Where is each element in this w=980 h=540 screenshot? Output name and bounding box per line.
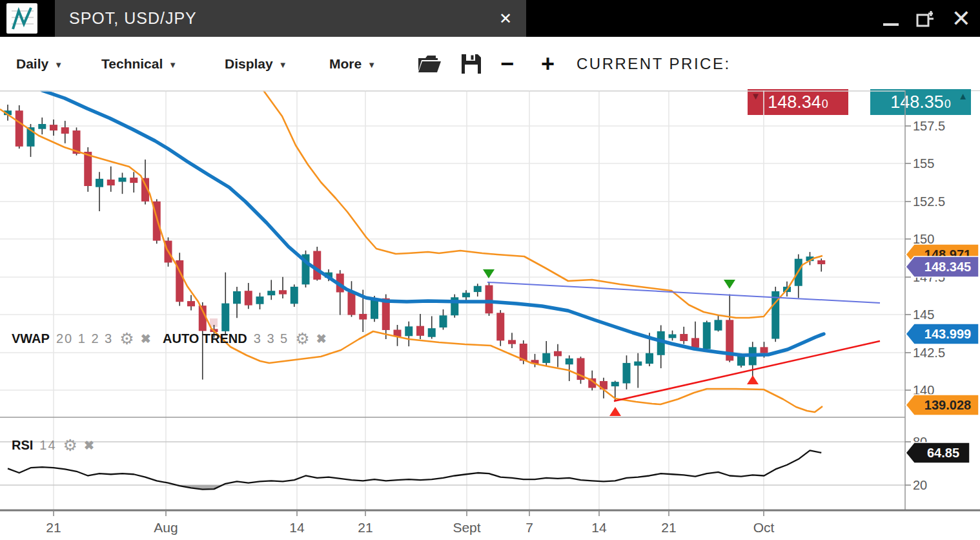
toolbar: Daily▼Technical▼Display▼More▼ − + CURREN…: [0, 37, 980, 91]
candle[interactable]: [715, 320, 722, 330]
save-icon[interactable]: [460, 37, 483, 90]
candle[interactable]: [96, 179, 103, 187]
candle[interactable]: [508, 340, 516, 344]
candle[interactable]: [611, 382, 619, 386]
menu-technical[interactable]: Technical▼: [101, 37, 177, 90]
indicator-auto-trend: AUTO TREND3 3 5⚙✖: [163, 329, 327, 348]
candle[interactable]: [279, 290, 287, 294]
candle[interactable]: [291, 287, 298, 304]
candle[interactable]: [119, 178, 127, 182]
candle[interactable]: [691, 338, 699, 348]
candle[interactable]: [703, 322, 711, 349]
x-axis-label: Oct: [753, 520, 775, 535]
open-folder-icon[interactable]: [416, 37, 442, 90]
candle[interactable]: [680, 334, 688, 341]
candle[interactable]: [382, 298, 390, 330]
gear-icon[interactable]: ⚙: [119, 331, 134, 347]
menu-label: More: [329, 56, 362, 72]
y-axis-label: 142.5: [913, 346, 945, 360]
candle[interactable]: [634, 362, 642, 366]
candle[interactable]: [187, 301, 195, 306]
candle[interactable]: [267, 291, 275, 295]
zoom-out-button[interactable]: −: [500, 37, 514, 90]
candle[interactable]: [646, 353, 653, 364]
buy-signal-icon[interactable]: [609, 407, 621, 416]
indicator-params: 20 1 2 3: [56, 331, 113, 346]
candle[interactable]: [440, 315, 447, 327]
chevron-down-icon: ▼: [367, 57, 376, 70]
candle[interactable]: [669, 335, 677, 338]
candle[interactable]: [221, 304, 229, 331]
candle[interactable]: [566, 358, 573, 364]
candle[interactable]: [416, 326, 424, 336]
title-bar: SPOT, USD/JPY ✕ ✕: [0, 0, 980, 37]
candle[interactable]: [485, 286, 493, 314]
chevron-down-icon: ▼: [168, 57, 177, 70]
candle[interactable]: [84, 152, 92, 186]
candle[interactable]: [371, 299, 378, 319]
rsi-line: [8, 450, 821, 489]
candle[interactable]: [462, 293, 470, 297]
buy-signal-icon[interactable]: [747, 375, 759, 384]
y-axis-label: 157.5: [913, 119, 945, 133]
menu-display[interactable]: Display▼: [225, 37, 287, 90]
candle[interactable]: [107, 180, 115, 185]
x-axis-label: 21: [46, 520, 61, 535]
candle[interactable]: [256, 296, 264, 304]
price-tag-value: 139.028: [924, 398, 971, 412]
x-axis-label: Sept: [453, 520, 480, 535]
indicator-name: RSI: [12, 438, 33, 453]
candle[interactable]: [233, 291, 241, 304]
candle[interactable]: [50, 125, 57, 130]
close-icon[interactable]: ✖: [316, 331, 327, 346]
popout-icon[interactable]: [915, 10, 935, 32]
window-controls: ✕: [883, 0, 971, 37]
candle[interactable]: [761, 347, 768, 353]
candle[interactable]: [474, 286, 482, 292]
chart-tab[interactable]: SPOT, USD/JPY ✕: [55, 0, 526, 37]
candle[interactable]: [38, 124, 46, 129]
candle[interactable]: [554, 351, 562, 357]
indicator-name: AUTO TREND: [163, 331, 247, 346]
x-axis-label: 7: [526, 520, 533, 535]
candle[interactable]: [348, 292, 356, 315]
candle[interactable]: [428, 328, 436, 337]
candle[interactable]: [61, 127, 69, 134]
y-axis-label: 155: [913, 156, 934, 171]
menu-more[interactable]: More▼: [329, 37, 376, 90]
x-axis-label: 21: [661, 520, 676, 535]
menu-label: Display: [225, 56, 273, 72]
indicator-params: 14: [39, 438, 56, 453]
chevron-down-icon: ▼: [54, 57, 63, 70]
x-axis-label: Aug: [154, 520, 178, 535]
candle[interactable]: [130, 178, 138, 183]
gear-icon[interactable]: ⚙: [295, 331, 309, 347]
candle[interactable]: [496, 313, 504, 340]
window-close-icon[interactable]: ✕: [952, 7, 971, 30]
vwap-lower-band-line: [0, 109, 822, 412]
candle[interactable]: [15, 110, 23, 147]
menu-label: Daily: [16, 56, 48, 72]
candle[interactable]: [359, 314, 367, 320]
candle[interactable]: [623, 363, 631, 384]
gear-icon[interactable]: ⚙: [63, 437, 77, 453]
candle[interactable]: [405, 326, 413, 336]
close-icon[interactable]: ✖: [84, 438, 94, 453]
price-tag-value: 143.999: [924, 327, 971, 341]
auto-trend-support-line: [614, 341, 880, 401]
chart-canvas[interactable]: 157.5155152.5150147.5145142.5140802021Au…: [0, 90, 980, 540]
menu-daily[interactable]: Daily▼: [16, 37, 63, 90]
y-axis-label: 152.5: [913, 194, 945, 209]
close-icon[interactable]: ✖: [141, 331, 151, 346]
sell-signal-icon[interactable]: [724, 280, 735, 289]
tab-close-icon[interactable]: ✕: [499, 11, 512, 26]
zoom-in-button[interactable]: +: [541, 37, 555, 90]
candle[interactable]: [313, 251, 321, 280]
candle[interactable]: [817, 260, 825, 264]
minimize-icon[interactable]: [883, 23, 899, 26]
price-tag-value: 148.345: [924, 260, 971, 274]
price-tag-value: 64.85: [927, 446, 959, 460]
x-axis-label: 14: [289, 520, 305, 535]
candle[interactable]: [542, 353, 550, 363]
candle[interactable]: [245, 291, 252, 305]
